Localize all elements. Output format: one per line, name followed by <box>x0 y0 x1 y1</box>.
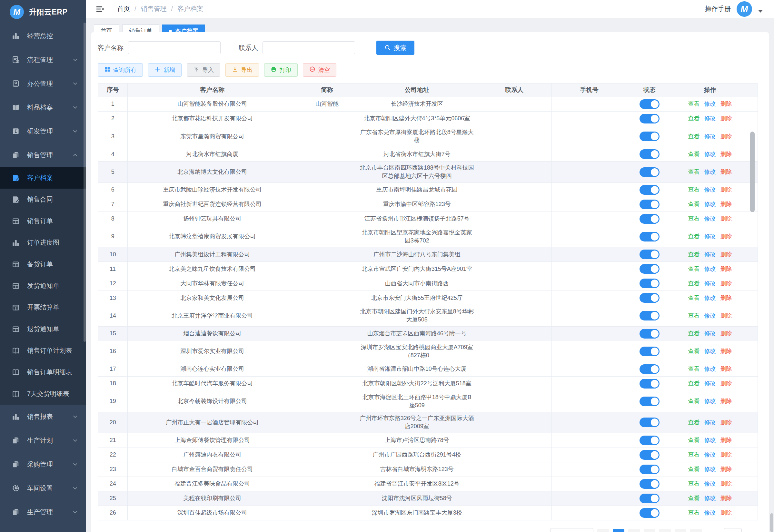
status-toggle[interactable] <box>640 465 660 474</box>
sidebar-item-采购管理[interactable]: 采购管理 <box>0 452 86 476</box>
edit-link[interactable]: 修改 <box>704 451 716 458</box>
view-link[interactable]: 查看 <box>688 366 700 372</box>
contact-input[interactable] <box>263 41 355 54</box>
sidebar-item-生产计划[interactable]: 生产计划 <box>0 429 86 452</box>
edit-link[interactable]: 修改 <box>704 419 716 426</box>
delete-link[interactable]: 删除 <box>720 280 732 287</box>
edit-link[interactable]: 修改 <box>704 169 716 175</box>
view-link[interactable]: 查看 <box>688 348 700 354</box>
sidebar-item-加工车间[interactable]: 加工车间 <box>0 524 86 532</box>
delete-link[interactable]: 删除 <box>720 509 732 516</box>
edit-link[interactable]: 修改 <box>704 133 716 140</box>
toolbar-button-清空[interactable]: 清空 <box>303 63 336 77</box>
sidebar-item-退货通知单[interactable]: 退货通知单 <box>0 318 86 340</box>
toolbar-button-打印[interactable]: 打印 <box>264 63 298 77</box>
edit-link[interactable]: 修改 <box>704 312 716 319</box>
view-link[interactable]: 查看 <box>688 495 700 501</box>
view-link[interactable]: 查看 <box>688 215 700 222</box>
view-link[interactable]: 查看 <box>688 419 700 426</box>
delete-link[interactable]: 删除 <box>720 115 732 122</box>
sidebar-scrollbar-thumb[interactable] <box>84 23 86 342</box>
sidebar-item-销售合同[interactable]: 销售合同 <box>0 189 86 210</box>
edit-link[interactable]: 修改 <box>704 151 716 157</box>
status-toggle[interactable] <box>640 293 660 303</box>
manual-link[interactable]: 操作手册 <box>705 5 731 13</box>
delete-link[interactable]: 删除 <box>720 251 732 258</box>
status-toggle[interactable] <box>640 397 660 406</box>
delete-link[interactable]: 删除 <box>720 266 732 272</box>
delete-link[interactable]: 删除 <box>720 215 732 222</box>
delete-link[interactable]: 删除 <box>720 186 732 193</box>
edit-link[interactable]: 修改 <box>704 380 716 387</box>
status-toggle[interactable] <box>640 250 660 259</box>
edit-link[interactable]: 修改 <box>704 295 716 301</box>
table-scrollbar-thumb[interactable] <box>750 132 755 212</box>
view-link[interactable]: 查看 <box>688 266 700 272</box>
edit-link[interactable]: 修改 <box>704 348 716 354</box>
delete-link[interactable]: 删除 <box>720 380 732 387</box>
edit-link[interactable]: 修改 <box>704 215 716 222</box>
edit-link[interactable]: 修改 <box>704 437 716 443</box>
status-toggle[interactable] <box>640 418 660 427</box>
page-scrollbar-thumb[interactable] <box>770 513 773 532</box>
sidebar-item-研发管理[interactable]: 研发管理 <box>0 119 86 143</box>
edit-link[interactable]: 修改 <box>704 280 716 287</box>
status-toggle[interactable] <box>640 185 660 195</box>
prev-page-button[interactable]: ‹ <box>597 529 609 532</box>
tab-首页[interactable]: 首页 <box>94 25 119 32</box>
view-link[interactable]: 查看 <box>688 169 700 175</box>
breadcrumb-sales[interactable]: 销售管理 <box>141 5 167 13</box>
sidebar-item-销售订单计划表[interactable]: 销售订单计划表 <box>0 340 86 361</box>
status-toggle[interactable] <box>640 508 660 518</box>
view-link[interactable]: 查看 <box>688 280 700 287</box>
page-button-5[interactable]: 5 <box>675 529 686 532</box>
sidebar-item-销售管理[interactable]: 销售管理 <box>0 143 86 167</box>
sidebar-item-办公管理[interactable]: 办公管理 <box>0 72 86 95</box>
search-button[interactable]: 搜索 <box>376 41 414 55</box>
delete-link[interactable]: 删除 <box>720 101 732 107</box>
status-toggle[interactable] <box>640 436 660 445</box>
breadcrumb-home[interactable]: 首页 <box>117 5 130 13</box>
edit-link[interactable]: 修改 <box>704 330 716 337</box>
status-toggle[interactable] <box>640 232 660 241</box>
delete-link[interactable]: 删除 <box>720 233 732 240</box>
status-toggle[interactable] <box>640 132 660 141</box>
sidebar-item-生产管理[interactable]: 生产管理 <box>0 500 86 524</box>
tab-销售订单[interactable]: 销售订单 <box>122 25 159 32</box>
view-link[interactable]: 查看 <box>688 201 700 207</box>
sidebar-item-流程管理[interactable]: 流程管理 <box>0 48 86 72</box>
edit-link[interactable]: 修改 <box>704 251 716 258</box>
toolbar-button-导入[interactable]: 导入 <box>187 63 220 77</box>
view-link[interactable]: 查看 <box>688 466 700 472</box>
delete-link[interactable]: 删除 <box>720 466 732 472</box>
view-link[interactable]: 查看 <box>688 437 700 443</box>
status-toggle[interactable] <box>640 379 660 389</box>
page-size-select[interactable]: 100条/页 <box>550 528 593 532</box>
status-toggle[interactable] <box>640 114 660 123</box>
edit-link[interactable]: 修改 <box>704 201 716 207</box>
view-link[interactable]: 查看 <box>688 330 700 337</box>
delete-link[interactable]: 删除 <box>720 398 732 404</box>
page-button-4[interactable]: 4 <box>659 529 671 532</box>
sidebar-item-销售订单[interactable]: 销售订单 <box>0 210 86 232</box>
view-link[interactable]: 查看 <box>688 451 700 458</box>
delete-link[interactable]: 删除 <box>720 419 732 426</box>
sidebar-item-发货通知单[interactable]: 发货通知单 <box>0 275 86 297</box>
view-link[interactable]: 查看 <box>688 480 700 487</box>
status-toggle[interactable] <box>640 167 660 177</box>
view-link[interactable]: 查看 <box>688 295 700 301</box>
delete-link[interactable]: 删除 <box>720 480 732 487</box>
edit-link[interactable]: 修改 <box>704 495 716 501</box>
delete-link[interactable]: 删除 <box>720 437 732 443</box>
sidebar-item-销售报表[interactable]: 销售报表 <box>0 405 86 429</box>
edit-link[interactable]: 修改 <box>704 480 716 487</box>
view-link[interactable]: 查看 <box>688 509 700 516</box>
sidebar-item-料品档案[interactable]: 料品档案 <box>0 95 86 119</box>
delete-link[interactable]: 删除 <box>720 366 732 372</box>
sidebar-item-销售订单明细表[interactable]: 销售订单明细表 <box>0 361 86 383</box>
sidebar-item-7天交货明细表[interactable]: 7天交货明细表 <box>0 383 86 405</box>
delete-link[interactable]: 删除 <box>720 151 732 157</box>
delete-link[interactable]: 删除 <box>720 330 732 337</box>
toolbar-button-查询所有[interactable]: 查询所有 <box>98 63 143 77</box>
edit-link[interactable]: 修改 <box>704 186 716 193</box>
